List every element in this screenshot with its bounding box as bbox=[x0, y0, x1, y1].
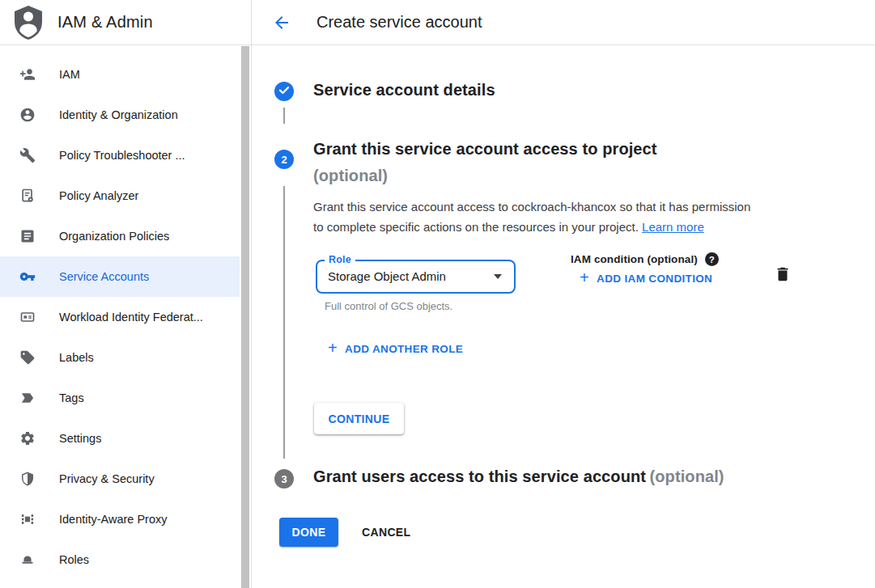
iam-condition-label: IAM condition (optional) bbox=[571, 253, 698, 265]
step1-title: Service account details bbox=[313, 81, 495, 99]
page-title: Create service account bbox=[316, 13, 482, 32]
hat-icon bbox=[19, 552, 36, 568]
help-icon[interactable]: ? bbox=[705, 252, 719, 266]
step2-description: Grant this service account access to coc… bbox=[313, 197, 807, 237]
step-connector bbox=[283, 186, 285, 459]
plus-icon: + bbox=[580, 271, 589, 284]
sidebar-scrollbar[interactable] bbox=[241, 46, 249, 588]
step3-number-circle: 3 bbox=[274, 469, 294, 489]
description-line1: Grant this service account access to coc… bbox=[313, 197, 807, 217]
step1-status-circle bbox=[274, 82, 294, 101]
sidebar-item-identity-organization[interactable]: Identity & Organization bbox=[0, 95, 240, 135]
sidebar-item-label: Roles bbox=[59, 553, 89, 566]
role-helper-text: Full control of GCS objects. bbox=[325, 300, 452, 312]
step2-title: Grant this service account access to pro… bbox=[313, 136, 791, 163]
page-header: Create service account bbox=[252, 0, 875, 45]
sidebar-item-settings[interactable]: Settings bbox=[0, 418, 240, 459]
sidebar-item-label: Policy Troubleshooter ... bbox=[59, 149, 185, 162]
sidebar-item-label: IAM bbox=[59, 68, 80, 81]
label-arrow-icon bbox=[19, 390, 36, 406]
article-icon bbox=[19, 228, 36, 244]
iam-condition-label-row: IAM condition (optional) ? bbox=[571, 252, 719, 266]
plus-icon: + bbox=[328, 341, 338, 354]
sidebar-item-organization-policies[interactable]: Organization Policies bbox=[0, 216, 240, 256]
sidebar-header: IAM & Admin bbox=[0, 0, 251, 45]
service-account-key-icon bbox=[19, 269, 36, 285]
step2-heading: Grant this service account access to pro… bbox=[313, 136, 791, 190]
sidebar-item-iam[interactable]: IAM bbox=[0, 54, 240, 95]
add-iam-condition-button[interactable]: + ADD IAM CONDITION bbox=[580, 272, 712, 285]
arrow-back-icon bbox=[272, 23, 291, 35]
badge-card-icon bbox=[19, 309, 36, 325]
sidebar-item-label: Workload Identity Federat... bbox=[59, 311, 203, 324]
step3-heading: Grant users access to this service accou… bbox=[313, 467, 724, 486]
main-panel: Create service account Service account d… bbox=[252, 0, 875, 588]
sidebar-item-label: Identity-Aware Proxy bbox=[59, 513, 168, 526]
sidebar-item-label: Labels bbox=[59, 351, 94, 364]
sidebar-item-identity-aware-proxy[interactable]: Identity-Aware Proxy bbox=[0, 499, 240, 539]
trash-icon bbox=[774, 273, 792, 286]
sidebar-item-label: Policy Analyzer bbox=[59, 189, 138, 202]
add-another-role-label: ADD ANOTHER ROLE bbox=[345, 343, 463, 355]
stepper-content: Service account details 2 Grant this ser… bbox=[252, 45, 875, 588]
app-title: IAM & Admin bbox=[57, 13, 153, 32]
sidebar-item-service-accounts[interactable]: Service Accounts bbox=[0, 256, 240, 297]
step2-number-circle: 2 bbox=[274, 150, 294, 169]
proxy-grid-icon bbox=[19, 511, 36, 527]
step2-number: 2 bbox=[281, 154, 287, 166]
document-gear-icon bbox=[19, 188, 36, 204]
wrench-icon bbox=[19, 147, 36, 163]
step2-optional-label: (optional) bbox=[313, 167, 388, 184]
back-button[interactable] bbox=[272, 13, 291, 32]
learn-more-link[interactable]: Learn more bbox=[642, 220, 704, 234]
add-another-role-button[interactable]: + ADD ANOTHER ROLE bbox=[328, 342, 463, 355]
sidebar: IAM & Admin IAM Identity & Organization … bbox=[0, 0, 252, 588]
sidebar-item-labels[interactable]: Labels bbox=[0, 337, 240, 378]
sidebar-item-label: Privacy & Security bbox=[59, 472, 155, 485]
sidebar-item-roles[interactable]: Roles bbox=[0, 539, 240, 580]
gear-icon bbox=[19, 430, 36, 446]
tag-icon bbox=[19, 349, 36, 366]
sidebar-item-privacy-security[interactable]: Privacy & Security bbox=[0, 459, 240, 499]
step3-number: 3 bbox=[281, 473, 287, 485]
step3-optional-label: (optional) bbox=[650, 467, 724, 485]
check-icon bbox=[274, 80, 294, 103]
done-button[interactable]: DONE bbox=[279, 518, 338, 547]
shield-person-icon bbox=[12, 5, 45, 40]
step3-title: Grant users access to this service accou… bbox=[313, 467, 646, 485]
sidebar-item-policy-troubleshooter[interactable]: Policy Troubleshooter ... bbox=[0, 135, 240, 176]
role-select[interactable]: Role Storage Object Admin bbox=[316, 260, 516, 294]
sidebar-nav: IAM Identity & Organization Policy Troub… bbox=[0, 45, 251, 580]
step-connector bbox=[283, 108, 285, 124]
sidebar-item-policy-analyzer[interactable]: Policy Analyzer bbox=[0, 176, 240, 216]
sidebar-item-workload-identity-federation[interactable]: Workload Identity Federat... bbox=[0, 297, 240, 337]
sidebar-item-label: Tags bbox=[59, 391, 84, 404]
role-selected-value: Storage Object Admin bbox=[328, 261, 446, 292]
cancel-button[interactable]: CANCEL bbox=[362, 518, 410, 547]
sidebar-item-tags[interactable]: Tags bbox=[0, 378, 240, 418]
delete-role-button[interactable] bbox=[774, 265, 792, 286]
continue-button[interactable]: CONTINUE bbox=[314, 403, 404, 434]
chevron-down-icon bbox=[494, 274, 502, 279]
sidebar-item-label: Settings bbox=[59, 432, 101, 445]
account-circle-icon bbox=[19, 107, 36, 123]
description-line2: to complete specific actions on the reso… bbox=[313, 220, 639, 234]
sidebar-item-label: Organization Policies bbox=[59, 230, 169, 243]
sidebar-item-label: Identity & Organization bbox=[59, 108, 178, 121]
half-shield-icon bbox=[19, 471, 36, 487]
add-iam-condition-label: ADD IAM CONDITION bbox=[597, 273, 712, 285]
person-add-icon bbox=[19, 66, 36, 82]
sidebar-item-label: Service Accounts bbox=[59, 270, 149, 283]
